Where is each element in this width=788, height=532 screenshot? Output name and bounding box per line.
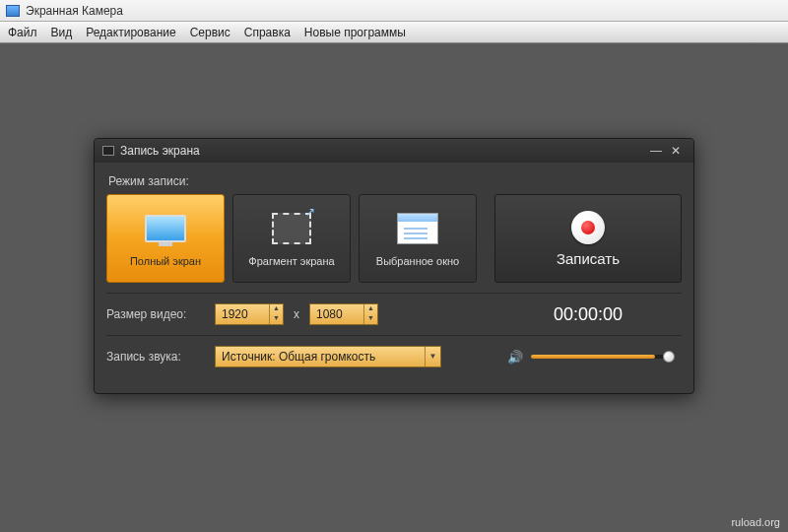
record-label: Записать [557, 250, 620, 267]
record-dialog: Запись экрана — ✕ Режим записи: Полный э… [94, 138, 694, 394]
timer-display: 00:00:00 [494, 304, 682, 325]
record-button[interactable]: Записать [494, 194, 682, 283]
height-up-icon[interactable]: ▲ [364, 304, 377, 314]
width-spinner[interactable]: ▲▼ [215, 303, 284, 325]
mode-full-label: Полный экран [130, 255, 201, 267]
width-down-icon[interactable]: ▼ [270, 314, 283, 324]
dialog-title: Запись экрана [120, 144, 200, 158]
menu-edit[interactable]: Редактирование [86, 26, 175, 39]
close-icon[interactable]: ✕ [666, 144, 686, 158]
mode-fragment[interactable]: Фрагмент экрана [232, 194, 351, 283]
record-icon [571, 211, 605, 244]
monitor-icon [145, 215, 186, 242]
menu-new-programs[interactable]: Новые программы [304, 26, 406, 39]
chevron-down-icon[interactable]: ▼ [425, 347, 440, 366]
volume-slider[interactable] [531, 355, 669, 359]
audio-source-dropdown[interactable]: Источник: Общая громкость ▼ [215, 346, 441, 367]
volume-thumb[interactable] [663, 351, 675, 363]
size-label: Размер видео: [106, 307, 205, 321]
audio-label: Запись звука: [106, 350, 205, 364]
height-input[interactable] [310, 307, 363, 321]
audio-row: Запись звука: Источник: Общая громкость … [106, 335, 682, 377]
speaker-icon: 🔊 [507, 350, 523, 365]
minimize-icon[interactable]: — [646, 144, 666, 158]
height-down-icon[interactable]: ▼ [364, 314, 377, 324]
volume-control: 🔊 [494, 350, 682, 365]
mode-group: Полный экран Фрагмент экрана Выбранное о… [106, 194, 682, 283]
audio-source-value: Источник: Общая громкость [216, 350, 425, 364]
video-size-row: Размер видео: ▲▼ x ▲▼ 00:00:00 [106, 293, 682, 335]
menu-help[interactable]: Справка [244, 26, 291, 39]
menu-service[interactable]: Сервис [190, 26, 230, 39]
mode-fragment-label: Фрагмент экрана [248, 255, 334, 267]
app-icon [6, 5, 20, 17]
width-up-icon[interactable]: ▲ [270, 304, 283, 314]
mode-full-screen[interactable]: Полный экран [106, 194, 225, 283]
selection-icon [272, 213, 311, 244]
mode-window[interactable]: Выбранное окно [359, 194, 477, 283]
watermark: ruload.org [731, 516, 780, 528]
dialog-titlebar[interactable]: Запись экрана — ✕ [95, 139, 693, 163]
app-title: Экранная Камера [26, 4, 123, 18]
volume-track [531, 355, 655, 359]
size-separator: x [294, 307, 299, 321]
window-icon [397, 213, 438, 244]
app-titlebar: Экранная Камера [0, 0, 788, 22]
menubar: Файл Вид Редактирование Сервис Справка Н… [0, 22, 788, 43]
mode-label: Режим записи: [108, 174, 682, 188]
width-input[interactable] [216, 307, 269, 321]
height-spinner[interactable]: ▲▼ [309, 303, 378, 325]
menu-file[interactable]: Файл [8, 26, 37, 39]
dialog-icon [102, 146, 114, 156]
mode-window-label: Выбранное окно [376, 255, 459, 267]
menu-view[interactable]: Вид [51, 26, 73, 39]
